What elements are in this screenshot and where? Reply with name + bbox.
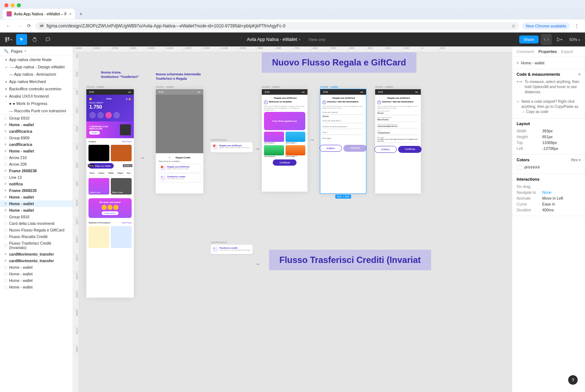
bookmark-icon[interactable]: ☆ — [512, 23, 516, 29]
chrome-update-pill[interactable]: New Chrome available — [522, 22, 570, 30]
search-icon[interactable]: 🔍 — [4, 49, 9, 53]
page-item[interactable]: Backoffice controllo scontrino — [0, 85, 73, 93]
layer-item[interactable]: #cardRicarica — [0, 128, 73, 135]
tab-properties[interactable]: Properties — [539, 49, 557, 54]
zoom-dropdown[interactable]: 50% ▾ — [567, 36, 582, 43]
selection-size-badge: 393 × 851 — [335, 195, 351, 199]
canvas[interactable]: -1900-1800-1700-1600-1500-1400-1300-1200… — [73, 46, 512, 392]
help-button[interactable]: ? — [568, 375, 578, 385]
minimize-window-icon[interactable] — [11, 3, 15, 7]
layer-item[interactable]: ⬚Arrow 210 — [0, 154, 73, 161]
layer-item[interactable]: #Home - wallet — [0, 200, 73, 207]
arrow-right-icon: → — [139, 155, 145, 161]
code-icon: ‹› — [517, 99, 519, 103]
frame-label-1[interactable]: Home - wallet — [86, 85, 134, 88]
back-button[interactable]: ← — [4, 22, 12, 30]
frame-form-filled[interactable]: 9:41••• ‹ Regala una eGiftCard 2Inserisc… — [375, 89, 421, 193]
layer-item[interactable]: #Home - wallet — [0, 148, 73, 154]
layer-item[interactable]: ⬚Flusso Riscatta Crediti — [0, 233, 73, 240]
layer-item[interactable]: ⬚Card della Lista movimenti — [0, 220, 73, 227]
color-swatch[interactable] — [517, 165, 522, 170]
layer-item[interactable]: ⬚Group 6910 — [0, 115, 73, 121]
horizontal-ruler: -1900-1800-1700-1600-1500-1400-1300-1200… — [73, 46, 512, 52]
note-schermata: Nuova schermata intermedia Trasferisci o… — [156, 72, 201, 81]
card-ricarica-1[interactable]: 🎁 Regala una eGiftCardRegala crediti inv… — [211, 142, 253, 152]
layer-item[interactable]: #Home - wallet — [0, 194, 73, 200]
new-tab-button[interactable]: + — [76, 10, 85, 18]
page-item[interactable]: App nativa cliente finale — [0, 56, 73, 63]
figma-toolbar: ▾ Avila App Nativa - eWallet ▾ View only… — [0, 33, 585, 46]
forward-button[interactable]: → — [15, 22, 23, 30]
frame-select-template[interactable]: 9:41••• ‹ Regala una eGiftCard 1Selezion… — [262, 89, 307, 192]
page-item[interactable]: --- App nativa - Animazioni — [0, 71, 73, 78]
move-tool-button[interactable] — [16, 34, 27, 45]
page-item[interactable]: App nativa Merchant — [0, 78, 73, 85]
measure-icon: ⟷ — [517, 79, 522, 84]
card-label-2[interactable]: cardRicarica — [211, 241, 253, 244]
page-item[interactable]: --- Raccolta Punti con estrazioni — [0, 107, 73, 114]
frame-form-empty[interactable]: 9:41••• ‹ Regala una eGiftCard 2Inserisc… — [320, 89, 366, 193]
page-item[interactable]: --- App nativa - Design eWallet — [0, 63, 73, 71]
arrow-right-icon: → — [254, 146, 260, 152]
layer-item[interactable]: ⬚Line 13 — [0, 174, 73, 181]
interactions-section: Interactions On dragNavigate toNoneAnima… — [512, 174, 585, 216]
heading-banner-1: Nuovo Flusso Regala e GiftCard — [262, 52, 416, 73]
layer-item[interactable]: ⬚Home - wallet — [0, 284, 73, 290]
page-item[interactable]: Analisi UX/UI frontend — [0, 93, 73, 100]
layer-item[interactable]: ⬚Home - wallet — [0, 271, 73, 277]
tab-row: Avila App Nativa - eWallet – F × + — [0, 9, 585, 19]
heading-banner-2: Flusso Trasferisci Crediti (Invariat — [269, 250, 431, 270]
layer-item[interactable]: #cardRicarica — [0, 141, 73, 148]
maximize-window-icon[interactable] — [17, 3, 21, 7]
colors-section: ColorsHex ▾ #FFFFFF — [512, 155, 585, 174]
layer-item[interactable]: #Home - wallet — [0, 207, 73, 214]
frame-label-2[interactable]: Home - wallet — [156, 85, 203, 88]
layer-item[interactable]: ⬚Group 6909 — [0, 135, 73, 141]
tab-comment[interactable]: Comment — [517, 49, 534, 54]
layer-item[interactable]: #notifica — [0, 181, 73, 187]
reload-button[interactable]: ⟳ — [26, 22, 33, 30]
pages-header[interactable]: 🔍 Pages ▾ — [0, 46, 73, 56]
layer-item[interactable]: ⬚Home - wallet — [0, 264, 73, 271]
present-button[interactable]: ▾ — [554, 34, 565, 45]
layers-list: ⬚Group 6910#Home - wallet#cardRicarica⬚G… — [0, 115, 73, 392]
document-title[interactable]: Avila App Nativa - eWallet ▾ — [247, 37, 300, 42]
frame-home-wallet-1[interactable]: 9:41••• 🟡Avila⚙ 🔔 SALDO CREDITI 1.750 — [86, 89, 134, 298]
figma-menu-button[interactable]: ▾ — [3, 34, 14, 45]
close-icon[interactable]: × — [578, 72, 581, 76]
layer-item[interactable]: #Frame 2608238 — [0, 167, 73, 174]
frame-label-3[interactable]: Home - wallet — [262, 85, 307, 88]
layer-item[interactable]: #cardMovimento_transfer — [0, 257, 73, 264]
main-area: 🔍 Pages ▾ App nativa cliente finale--- A… — [0, 46, 585, 392]
card-label-1[interactable]: cardRicarica — [211, 138, 253, 142]
dev-mode-button[interactable] — [541, 34, 552, 45]
layer-item[interactable]: #cardMovimento_transfer — [0, 251, 73, 257]
page-item[interactable]: ● ● Work In Progress — [0, 100, 73, 107]
layer-item[interactable]: #Frame 2608235 — [0, 187, 73, 194]
layer-item[interactable]: #Home - wallet — [0, 121, 73, 128]
close-tab-icon[interactable]: × — [69, 12, 71, 16]
layer-item[interactable]: ⬚Group 6916 — [0, 214, 73, 220]
frame-label-4[interactable]: Home - wallet — [320, 85, 366, 88]
comment-tool-button[interactable] — [42, 34, 53, 45]
frame-label-5[interactable]: Home - wallet — [375, 85, 421, 88]
browser-tab[interactable]: Avila App Nativa - eWallet – F × — [3, 9, 75, 19]
tab-export[interactable]: Export — [561, 49, 573, 54]
layer-item[interactable]: ⬚Arrow 209 — [0, 161, 73, 167]
url-bar[interactable]: ⇄ figma.com/design/ZJ8OPzZWUvtFdjWUgWB97… — [35, 22, 519, 30]
note-icon: Nuova icona. Sostituisce "Trasferisci" — [101, 71, 139, 79]
layer-item[interactable]: ⬚Flusso Trasferisci Crediti (Invariato) — [0, 240, 73, 251]
chrome-menu-icon[interactable]: ⋮ — [573, 22, 581, 30]
layer-item[interactable]: ⬚Nuovo Flusso Regala e GiftCard — [0, 227, 73, 233]
right-panel-tabs: Comment Properties Export — [512, 46, 585, 57]
layer-item[interactable]: ⬚Home - wallet — [0, 277, 73, 284]
site-info-icon[interactable]: ⇄ — [39, 23, 44, 28]
frame-regala-crediti[interactable]: 9:41••• ✕ Regala Crediti Seleziona la mo… — [156, 89, 203, 193]
close-window-icon[interactable] — [4, 3, 8, 7]
share-button[interactable]: Share — [519, 35, 539, 44]
hand-tool-button[interactable] — [29, 34, 40, 45]
canvas-content[interactable]: Nuovo Flusso Regala e GiftCard Nuova ico… — [79, 52, 512, 392]
card-ricarica-2[interactable]: ↗ Trasferisci creditiInvita crediti ad u… — [211, 245, 253, 254]
layout-section: Layout Width393pxHeight851pxTop13369pxLe… — [512, 118, 585, 155]
browser-chrome: Avila App Nativa - eWallet – F × + ← → ⟳… — [0, 0, 585, 33]
